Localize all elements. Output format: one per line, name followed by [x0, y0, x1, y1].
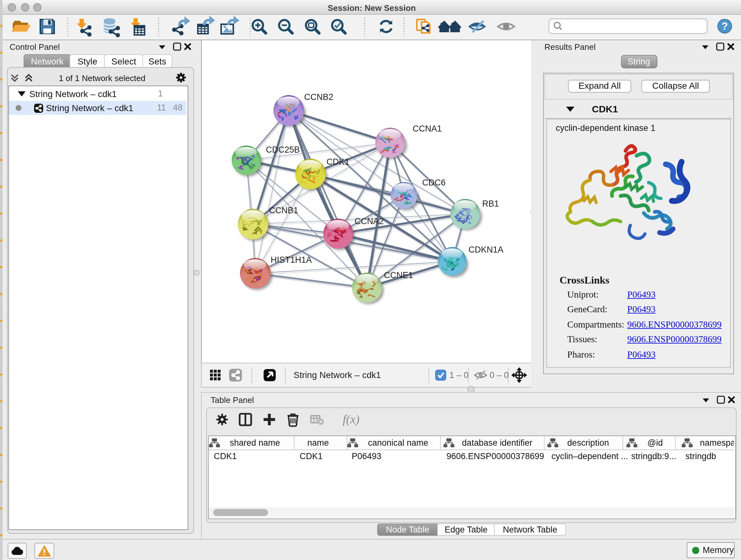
svg-text:canonical name: canonical name: [368, 438, 428, 448]
svg-text:database identifier: database identifier: [462, 438, 533, 448]
svg-text:stringdb:9...: stringdb:9...: [631, 451, 676, 461]
svg-text:9606.ENSP00000378699: 9606.ENSP00000378699: [447, 451, 544, 461]
svg-text:cyclin–dependent ...: cyclin–dependent ...: [551, 451, 628, 461]
svg-text:CDC6: CDC6: [422, 178, 446, 187]
svg-text:CCNB2: CCNB2: [304, 92, 333, 102]
svg-text:CDKN1A: CDKN1A: [468, 245, 503, 254]
svg-text:description: description: [567, 438, 609, 448]
svg-text:String Network – cdk1: String Network – cdk1: [293, 370, 381, 380]
svg-text:0 – 0: 0 – 0: [489, 370, 509, 380]
svg-text:P06493: P06493: [352, 451, 381, 461]
svg-text:CDK1: CDK1: [300, 451, 323, 461]
svg-text:CCNE1: CCNE1: [384, 270, 413, 280]
svg-text:namespac: namespac: [700, 438, 734, 448]
svg-text:CCNA2: CCNA2: [354, 216, 384, 226]
svg-text:CDK1: CDK1: [326, 157, 349, 167]
svg-text:CCNB1: CCNB1: [269, 206, 298, 215]
svg-text:CDC25B: CDC25B: [266, 145, 300, 154]
svg-text:@id: @id: [648, 438, 663, 448]
svg-text:name: name: [307, 438, 329, 448]
svg-text:stringdb: stringdb: [685, 451, 716, 461]
svg-text:shared name: shared name: [230, 438, 280, 448]
svg-text:1 – 0: 1 – 0: [449, 370, 468, 380]
svg-text:?: ?: [722, 20, 728, 32]
svg-text:RB1: RB1: [482, 199, 499, 208]
svg-text:CDK1: CDK1: [214, 451, 237, 461]
svg-text:CCNA1: CCNA1: [412, 124, 442, 133]
svg-text:f(x): f(x): [342, 413, 359, 426]
svg-text:HIST1H1A: HIST1H1A: [270, 255, 312, 265]
